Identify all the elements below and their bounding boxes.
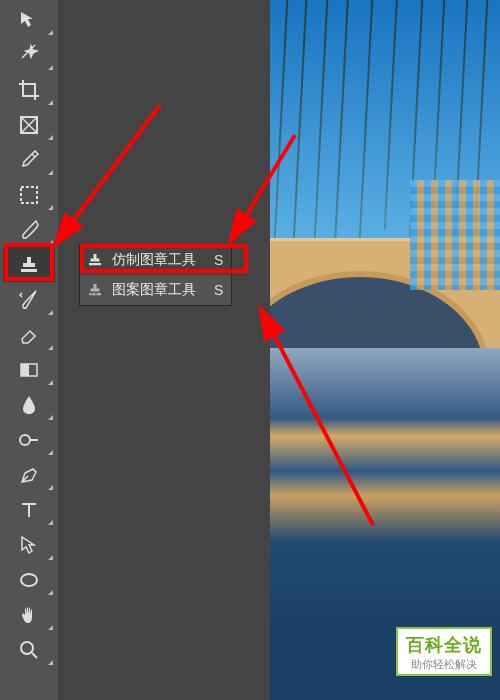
svg-rect-3 [21, 364, 29, 376]
svg-rect-1 [21, 187, 37, 203]
stamp-tool-flyout: 仿制图章工具 S 图案图章工具 S [79, 244, 232, 306]
type-icon [17, 498, 41, 522]
svg-point-5 [21, 574, 37, 586]
svg-rect-7 [91, 293, 93, 295]
magic-wand-tool[interactable] [3, 37, 55, 72]
zoom-tool[interactable] [3, 632, 55, 667]
clone-stamp-shortcut: S [214, 252, 223, 268]
blur-icon [17, 393, 41, 417]
eraser-icon [17, 323, 41, 347]
clone-stamp-label: 仿制图章工具 [112, 251, 196, 269]
zoom-icon [17, 638, 41, 662]
pen-icon [17, 463, 41, 487]
pen-tool[interactable] [3, 457, 55, 492]
stamp-icon [17, 253, 41, 277]
path-selection-tool[interactable] [3, 527, 55, 562]
history-brush-tool[interactable] [3, 282, 55, 317]
marquee-icon [17, 183, 41, 207]
path-arrow-icon [17, 533, 41, 557]
marquee-tool[interactable] [3, 177, 55, 212]
pattern-stamp-menu-item[interactable]: 图案图章工具 S [80, 275, 231, 305]
svg-rect-8 [95, 293, 97, 295]
move-icon [17, 8, 41, 32]
shape-tool[interactable] [3, 562, 55, 597]
gradient-tool[interactable] [3, 352, 55, 387]
frame-tool[interactable] [3, 107, 55, 142]
hand-icon [17, 603, 41, 627]
canvas-background [58, 0, 270, 700]
ellipse-icon [17, 568, 41, 592]
eyedropper-tool[interactable] [3, 142, 55, 177]
clone-stamp-menu-item[interactable]: 仿制图章工具 S [80, 245, 231, 275]
type-tool[interactable] [3, 492, 55, 527]
svg-point-6 [21, 642, 33, 654]
eyedropper-icon [17, 148, 41, 172]
history-brush-icon [17, 288, 41, 312]
hand-tool[interactable] [3, 597, 55, 632]
frame-icon [17, 113, 41, 137]
dodge-icon [17, 428, 41, 452]
image-pixelated-region [410, 180, 500, 290]
watermark-title: 百科全说 [406, 633, 482, 657]
brush-icon [17, 218, 41, 242]
gradient-icon [17, 358, 41, 382]
dodge-tool[interactable] [3, 422, 55, 457]
svg-point-4 [20, 435, 30, 445]
pattern-stamp-icon [86, 281, 104, 299]
watermark-badge: 百科全说 助你轻松解决 [396, 627, 492, 676]
stamp-tool[interactable] [3, 247, 55, 282]
watermark-subtitle: 助你轻松解决 [406, 657, 482, 672]
wand-icon [17, 43, 41, 67]
crop-tool[interactable] [3, 72, 55, 107]
eraser-tool[interactable] [3, 317, 55, 352]
clone-stamp-icon [86, 251, 104, 269]
pattern-stamp-shortcut: S [214, 282, 223, 298]
pattern-stamp-label: 图案图章工具 [112, 281, 196, 299]
document-canvas[interactable] [270, 0, 500, 700]
brush-tool[interactable] [3, 212, 55, 247]
move-tool[interactable] [3, 2, 55, 37]
crop-icon [17, 78, 41, 102]
tools-panel [0, 0, 58, 700]
blur-tool[interactable] [3, 387, 55, 422]
